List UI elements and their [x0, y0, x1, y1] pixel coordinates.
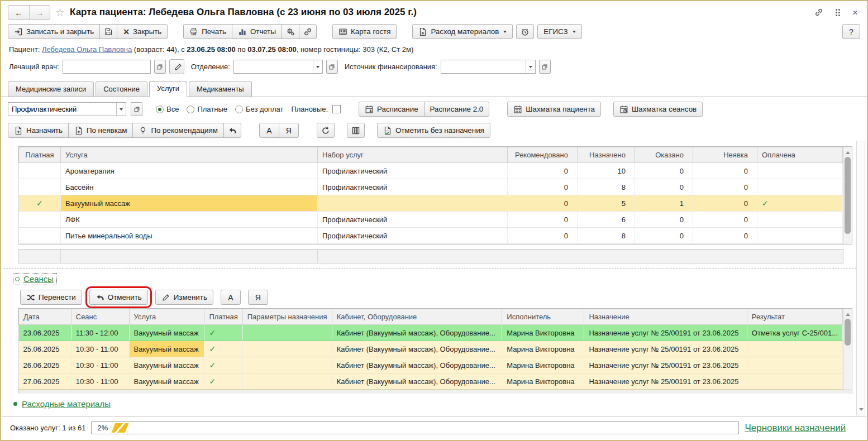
close-button[interactable]: ✕ Закрыть	[117, 24, 168, 39]
table-cell[interactable]: 0	[508, 163, 578, 179]
column-header[interactable]: Услуга	[129, 309, 204, 325]
scrollbar-thumb[interactable]	[845, 157, 851, 234]
table-cell[interactable]	[19, 228, 61, 244]
table-cell[interactable]: Назначение услуг № 25/00191 от 23.06.202…	[584, 357, 747, 373]
table-cell[interactable]: Назначение услуг № 25/00191 от 23.06.202…	[584, 373, 747, 390]
table-cell[interactable]: Вакуумный массаж	[129, 325, 204, 341]
doctor-input[interactable]	[63, 60, 150, 73]
table-cell[interactable]: Отметка услуг С-25/001...	[747, 325, 842, 341]
edit-session-button[interactable]: Изменить	[155, 290, 213, 305]
dropdown-arrow-icon[interactable]	[116, 103, 126, 116]
table-cell[interactable]: Профилактический	[318, 212, 508, 228]
table-cell[interactable]: 10:30 - 11:00	[71, 373, 129, 390]
table-cell[interactable]: Ароматерапия	[61, 163, 318, 179]
radio-no-surcharge[interactable]: Без доплат	[235, 105, 283, 113]
table-cell[interactable]: 8	[578, 179, 635, 195]
column-header[interactable]: Результат	[747, 309, 842, 325]
table-cell[interactable]: 27.06.2025	[19, 373, 71, 390]
column-header[interactable]: Кабинет, Оборудование	[332, 309, 502, 325]
table-cell[interactable]	[242, 357, 332, 373]
patient-chessboard-button[interactable]: Шахматка пациента	[507, 102, 601, 117]
materials-section-link[interactable]: Расходные материалы	[22, 399, 111, 409]
table-cell[interactable]: ✓	[204, 325, 242, 341]
save-and-close-button[interactable]: Записать и закрыть	[8, 24, 100, 39]
letter-a-button[interactable]: А	[259, 123, 279, 138]
services-vertical-scrollbar[interactable]	[843, 147, 852, 244]
dropdown-arrow-icon[interactable]	[526, 60, 535, 73]
table-cell[interactable]: ЛФК	[61, 212, 318, 228]
materials-expense-button[interactable]: Расход материалов	[412, 24, 513, 39]
service-set-choose-button[interactable]	[131, 102, 142, 116]
letter-ya-button[interactable]: Я	[248, 290, 268, 305]
table-cell[interactable]: 0	[635, 212, 693, 228]
table-cell[interactable]: 0	[508, 212, 578, 228]
reports-button[interactable]: Отчеты	[232, 24, 282, 39]
table-cell[interactable]: Назначение услуг № 25/00191 от 23.06.202…	[584, 325, 747, 341]
column-header[interactable]: Исполнитель	[502, 309, 584, 325]
table-cell[interactable]: Марина Викторовна	[502, 357, 584, 373]
table-cell[interactable]	[757, 163, 843, 179]
back-arrow-icon[interactable]: ←	[8, 6, 29, 20]
table-cell[interactable]: ✓	[19, 195, 61, 212]
table-cell[interactable]: Питье минеральной воды	[61, 228, 318, 244]
help-button[interactable]: ?	[842, 24, 860, 39]
table-cell[interactable]: 6	[578, 212, 635, 228]
section-splitter[interactable]	[3, 269, 865, 269]
reminder-button[interactable]	[516, 24, 534, 39]
scroll-up-icon[interactable]	[846, 149, 850, 154]
letter-a-button[interactable]: А	[221, 290, 241, 305]
table-cell[interactable]: Кабинет (Вакуумный массаж), Оборудование…	[332, 373, 502, 390]
table-cell[interactable]	[757, 212, 843, 228]
schedule2-button[interactable]: Расписание 2.0	[424, 102, 490, 117]
table-cell[interactable]: 23.06.2025	[19, 325, 71, 341]
column-header[interactable]: Платная	[19, 147, 61, 163]
table-cell[interactable]	[19, 212, 61, 228]
table-cell[interactable]: Кабинет (Вакуумный массаж), Оборудование…	[332, 325, 502, 341]
drafts-link[interactable]: Черновики назначений	[745, 423, 846, 434]
table-cell[interactable]	[242, 341, 332, 357]
sessions-section-header[interactable]: Сеансы	[13, 274, 56, 285]
columns-settings-button[interactable]	[347, 123, 365, 138]
table-cell[interactable]: 10	[578, 163, 635, 179]
sessions-vertical-scrollbar[interactable]	[843, 309, 852, 390]
scrollbar-thumb[interactable]	[845, 319, 851, 346]
table-cell[interactable]: 10:30 - 11:00	[71, 357, 129, 373]
table-cell[interactable]: 0	[508, 195, 578, 212]
planned-checkbox[interactable]	[332, 105, 341, 113]
table-row[interactable]: 23.06.202511:30 - 12:00Вакуумный массаж✓…	[19, 325, 843, 341]
table-cell[interactable]: Профилактический	[318, 228, 508, 244]
table-cell[interactable]: ✓	[204, 357, 242, 373]
table-cell[interactable]	[318, 195, 508, 212]
column-header[interactable]: Набор услуг	[318, 147, 508, 163]
table-cell[interactable]: Назначение услуг № 25/00191 от 23.06.202…	[584, 341, 747, 357]
table-cell[interactable]: 0	[693, 228, 757, 244]
table-cell[interactable]	[19, 179, 61, 195]
table-cell[interactable]: 26.06.2025	[19, 357, 71, 373]
table-cell[interactable]: 0	[693, 163, 757, 179]
table-cell[interactable]: Кабинет (Вакуумный массаж), Оборудование…	[332, 341, 502, 357]
print-button[interactable]: Печать	[183, 24, 232, 39]
column-header[interactable]: Рекомендовано	[508, 147, 578, 163]
table-cell[interactable]: Профилактический	[318, 179, 508, 195]
table-cell[interactable]: 11:30 - 12:00	[71, 325, 129, 341]
schedule-button[interactable]: Расписание	[359, 102, 424, 117]
column-header[interactable]: Оплачена	[757, 147, 843, 163]
table-cell[interactable]: Вакуумный массаж	[61, 195, 318, 212]
attachments-button[interactable]	[299, 24, 317, 39]
table-cell[interactable]: 10:30 - 11:00	[71, 341, 129, 357]
move-session-button[interactable]: Перенести	[20, 290, 82, 305]
forward-arrow-icon[interactable]: →	[29, 6, 50, 20]
table-row[interactable]: АроматерапияПрофилактический01000	[19, 163, 843, 179]
undo-button[interactable]	[223, 123, 241, 138]
tab-condition[interactable]: Состояние	[96, 82, 147, 97]
sessions-section-link[interactable]: Сеансы	[23, 274, 54, 284]
column-header[interactable]: Назначено	[578, 147, 635, 163]
table-cell[interactable]: 0	[635, 228, 693, 244]
table-cell[interactable]: 0	[508, 179, 578, 195]
letter-ya-button[interactable]: Я	[279, 123, 299, 138]
table-cell[interactable]: Вакуумный массаж	[129, 341, 204, 357]
table-cell[interactable]: 25.06.2025	[19, 341, 71, 357]
tab-medical-records[interactable]: Медицинские записи	[8, 82, 94, 97]
scroll-down-icon[interactable]	[859, 408, 864, 413]
table-cell[interactable]: 1	[635, 195, 693, 212]
